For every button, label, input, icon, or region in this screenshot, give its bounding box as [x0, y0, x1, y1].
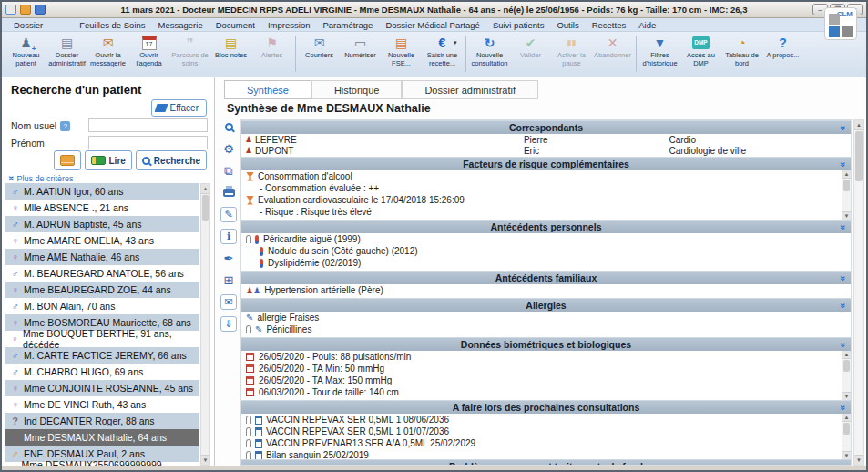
record-line[interactable]: Nodule du sein (Côté gauche) (2012): [241, 245, 851, 257]
admin-folder-button[interactable]: ▤Dossier administratif: [46, 34, 87, 67]
menu-item-recettes[interactable]: Recettes: [586, 20, 633, 30]
section-header-donnees-biometriques-et-biologiques[interactable]: Données biométriques et biologiques»: [241, 337, 851, 351]
record-line[interactable]: Dyslipidémie (02/2019): [241, 257, 851, 269]
menu-item-document[interactable]: Document: [209, 20, 261, 30]
patient-list-item[interactable]: ♀Mme AME Nathalie, 46 ans: [5, 249, 199, 265]
info-document-icon[interactable]: ℹ: [220, 229, 237, 244]
section-header-allergies[interactable]: Allergies»: [241, 298, 851, 312]
more-criteria-link[interactable]: » Plus de critères: [9, 173, 74, 183]
scroll-thumb[interactable]: [843, 180, 850, 191]
message-icon[interactable]: ✉: [220, 294, 237, 310]
section-header-a-faire-lors-des-prochaines-consultations[interactable]: A faire lors des prochaines consultation…: [241, 400, 851, 414]
zoom-icon[interactable]: [220, 119, 237, 135]
tab-synthese[interactable]: Synthèse: [224, 80, 311, 99]
clear-button[interactable]: Effacer: [151, 99, 208, 117]
collapse-section-icon[interactable]: »: [841, 158, 846, 171]
about-button[interactable]: ?A propos...: [762, 34, 803, 60]
record-line[interactable]: Bilan sanguin 25/02/2019: [241, 449, 841, 459]
fse-button[interactable]: ▤Nouvelle FSE...: [381, 34, 422, 67]
record-line[interactable]: - Risque : Risque très élevé: [241, 206, 841, 218]
scan-button[interactable]: ▭Numériser: [340, 34, 381, 60]
scroll-down-icon[interactable]: ▼: [842, 392, 851, 400]
record-line[interactable]: 26/05/2020 - Pouls: 88 pulsations/min: [241, 351, 841, 363]
menu-item-outils[interactable]: Outils: [550, 20, 585, 30]
scroll-down-icon[interactable]: ▼: [842, 211, 851, 220]
record-line[interactable]: VACCIN REPEVAX SER 0,5ML 1 01/07/2036: [241, 426, 841, 437]
new-patient-button[interactable]: ♟+Nouveau patient: [5, 34, 46, 67]
menu-item-aide[interactable]: Aide: [632, 20, 662, 30]
menu-item-messagerie[interactable]: Messagerie: [152, 20, 209, 30]
patient-list-item[interactable]: ♂M. AATIUN Igor, 60 ans: [5, 183, 199, 200]
patient-list-item[interactable]: ♂M. CARTE FACTICE JEREMY, 66 ans: [5, 347, 199, 364]
record-line[interactable]: ✎allergie Fraises: [241, 312, 851, 323]
add-chart-icon[interactable]: ⊞: [220, 272, 237, 288]
print-list-button[interactable]: [54, 150, 81, 170]
tab-dossier-administratif[interactable]: Dossier administratif: [402, 80, 538, 99]
record-line[interactable]: Consommation d'alcool: [241, 170, 841, 182]
history-filters-button[interactable]: ▼Filtres d'historique: [639, 34, 680, 67]
patient-list-item[interactable]: ♀Mlle ABSENCE ., 21 ans: [5, 200, 199, 216]
section-header-antecedents-personnels[interactable]: Antécédents personnels»: [241, 220, 851, 233]
patient-list-item[interactable]: ♀Mme CONJOINTE ROSEANNE, 45 ans: [5, 380, 199, 396]
scroll-thumb[interactable]: [843, 423, 850, 435]
menu-item-parametrage[interactable]: Paramétrage: [316, 20, 379, 30]
scroll-up-icon[interactable]: ▲: [842, 414, 851, 422]
section-header-antecedents-familiaux[interactable]: Antécédents familiaux»: [241, 271, 851, 284]
scroll-thumb[interactable]: [843, 360, 850, 372]
collapse-section-icon[interactable]: »: [841, 272, 846, 285]
collapse-section-icon[interactable]: »: [841, 221, 846, 234]
record-line[interactable]: Péricardite aiguë (1999): [241, 233, 851, 245]
scroll-thumb[interactable]: [855, 131, 863, 181]
record-line[interactable]: VACCIN REPEVAX SER 0,5ML 1 08/06/2036: [241, 414, 841, 426]
patient-list-item[interactable]: ♂M. BEAUREGARD ANATOLE, 56 ans: [5, 265, 199, 282]
section-header-problemes-en-cours-et-traitements-de-fond[interactable]: Problèmes en cours et traitements de fon…: [241, 459, 851, 466]
print-icon[interactable]: [220, 185, 237, 200]
scroll-up-icon[interactable]: ▲: [854, 120, 863, 130]
scroll-down-icon[interactable]: ▼: [842, 451, 851, 459]
collapse-section-icon[interactable]: »: [841, 401, 846, 415]
scroll-down-icon[interactable]: ▼: [854, 455, 863, 465]
patient-list-item[interactable]: ♀Mme DESMAUX Nathalie, 64 ans: [5, 429, 199, 446]
menu-item-dossier[interactable]: Dossier: [7, 20, 49, 30]
scroll-down-icon[interactable]: ▼: [201, 455, 209, 465]
tab-historique[interactable]: Historique: [311, 80, 403, 99]
patient-list-item[interactable]: ♀Mme AMARE OMELIA, 43 ans: [5, 232, 199, 249]
dashboard-button[interactable]: ◔Tableau de bord: [721, 34, 762, 67]
record-line[interactable]: 26/05/2020 - TA Min: 50 mmHg: [241, 363, 841, 375]
section-header-correspondants[interactable]: Correspondants»: [241, 120, 851, 134]
agenda-button[interactable]: 17Ouvrir l'agenda: [128, 34, 169, 67]
main-scrollbar[interactable]: ▲ ▼: [853, 119, 864, 466]
settings-icon[interactable]: ⚙: [220, 141, 237, 157]
signature-icon[interactable]: ✒: [220, 251, 237, 266]
scroll-up-icon[interactable]: ▲: [842, 170, 851, 179]
record-line[interactable]: ♟♟Hypertension artérielle (Père): [241, 284, 851, 296]
collapse-section-icon[interactable]: »: [841, 299, 846, 313]
record-line[interactable]: VACCIN PREVENAR13 SER A/A 0,5ML 25/02/20…: [241, 437, 841, 449]
collapse-section-icon[interactable]: »: [841, 338, 846, 352]
help-icon[interactable]: ?: [60, 121, 70, 131]
collapse-all-icon[interactable]: ⇓: [220, 316, 237, 332]
euro-button[interactable]: €▾Saisir une recette...: [422, 34, 463, 67]
section-scrollbar[interactable]: ▲▼: [842, 351, 851, 400]
section-scrollbar[interactable]: ▲▼: [842, 170, 851, 220]
correspondent-row[interactable]: ♟LEFEVREPierreCardio: [241, 134, 851, 145]
scroll-up-icon[interactable]: ▲: [842, 351, 851, 359]
edit-note-icon[interactable]: ✎: [220, 207, 237, 222]
patient-list-scrollbar[interactable]: ▲ ▼: [200, 183, 210, 466]
patient-list-item[interactable]: ♂M. BON Alain, 70 ans: [5, 298, 199, 314]
read-vitale-button[interactable]: Lire: [85, 150, 132, 170]
patient-list-item[interactable]: ♂M. ADRUN Baptiste, 45 ans: [5, 216, 199, 232]
record-line[interactable]: 26/05/2020 - TA Max: 150 mmHg: [241, 375, 841, 386]
record-line[interactable]: - Consommation évaluée : ++: [241, 182, 841, 194]
menu-item-dossier-medical-partage[interactable]: Dossier Médical Partagé: [379, 20, 486, 30]
copy-icon[interactable]: ⧉: [220, 163, 237, 179]
menu-item-impression[interactable]: Impression: [261, 20, 316, 30]
new-consult-button[interactable]: ↻Nouvelle consultation: [469, 34, 510, 67]
patient-list-item[interactable]: ♀Mme BOUQUET BERTHE, 91 ans, décédée: [5, 331, 199, 347]
patient-list-item[interactable]: ?Ind DECANTER Roger, 88 ans: [5, 413, 199, 429]
section-header-facteurs-de-risque-complementaires[interactable]: Facteurs de risque complémentaires»: [241, 157, 851, 170]
patient-list-item[interactable]: ♀Mme BEAUREGARD ZOE, 44 ans: [5, 282, 199, 298]
menu-item-suivi-patients[interactable]: Suivi patients: [486, 20, 551, 30]
record-line[interactable]: Evaluation cardiovasculaire le 17/04/201…: [241, 194, 841, 206]
scroll-up-icon[interactable]: ▲: [201, 184, 209, 194]
